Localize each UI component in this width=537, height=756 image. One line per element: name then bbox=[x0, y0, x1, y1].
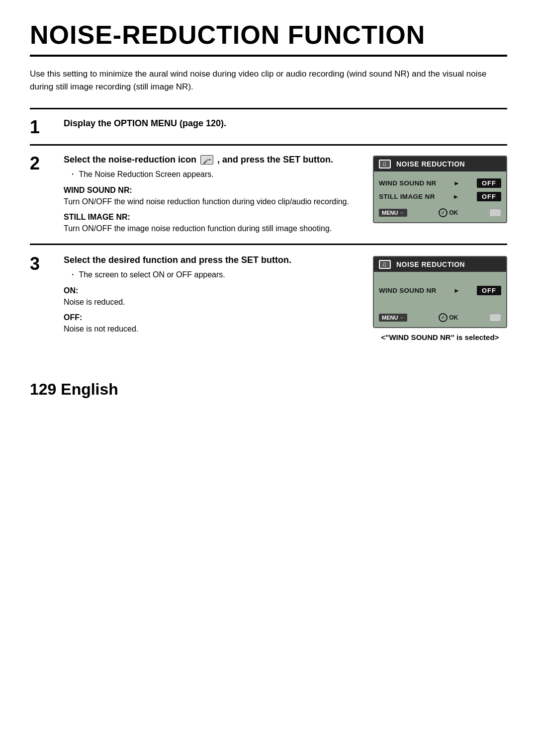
on-label: ON: bbox=[64, 286, 358, 295]
step-3-wind-value: OFF bbox=[477, 286, 501, 295]
step-3-screen-header: ♫ NOISE REDUCTION bbox=[374, 257, 506, 272]
step-2-still-label: STILL IMAGE NR bbox=[379, 193, 435, 200]
step-3-header: Select the desired function and press th… bbox=[64, 254, 358, 266]
step-3-number: 3 bbox=[30, 255, 49, 273]
on-desc: Noise is reduced. bbox=[64, 296, 358, 308]
step-3-wind-arrow: ► bbox=[453, 287, 460, 294]
step-2-still-value: OFF bbox=[477, 192, 501, 201]
nr-icon: 🎤+ bbox=[200, 155, 213, 165]
step-2-menu-icon: ← bbox=[399, 210, 404, 215]
wind-sound-desc: Turn ON/OFF the wind noise reduction fun… bbox=[64, 196, 358, 208]
step-2-wind-arrow: ► bbox=[453, 179, 460, 187]
step-3-row-wind: WIND SOUND NR ► OFF bbox=[379, 286, 501, 295]
wind-sound-label: WIND SOUND NR: bbox=[64, 186, 358, 195]
step-2-screen: ♫ NOISE REDUCTION WIND SOUND NR ► OFF ST… bbox=[373, 156, 507, 223]
step-2-screen-header: ♫ NOISE REDUCTION bbox=[374, 157, 506, 171]
step-3-screen-body: WIND SOUND NR ► OFF MENU ← ✓ OK bbox=[374, 272, 506, 327]
step-3-content: Select the desired function and press th… bbox=[64, 254, 358, 336]
step-1-row: 1 Display the OPTION MENU (page 120). bbox=[30, 117, 507, 136]
step-2-ok-label: OK bbox=[449, 209, 458, 216]
step-2-blank-btn bbox=[489, 209, 501, 217]
step-3-menu-btn: MENU ← bbox=[379, 314, 407, 322]
step-3-blank-btn bbox=[489, 314, 501, 322]
step-3-menu-icon: ← bbox=[399, 315, 404, 320]
step-2-still-arrow: ► bbox=[452, 193, 459, 200]
step-2-wind-label: WIND SOUND NR bbox=[379, 179, 437, 187]
step-2-ok-btn: ✓ OK bbox=[439, 208, 458, 217]
step-2-ok-circle: ✓ bbox=[439, 208, 448, 217]
nr-screen-icon-2: ♫ bbox=[379, 260, 391, 269]
step-3-menu-label: MENU bbox=[382, 315, 398, 321]
step-2-screen-title: NOISE REDUCTION bbox=[396, 160, 465, 168]
step-1-section: 1 Display the OPTION MENU (page 120). bbox=[30, 108, 507, 144]
step-2-content: Select the noise-reduction icon 🎤+ , and… bbox=[64, 154, 358, 236]
intro-text: Use this setting to minimize the aural w… bbox=[30, 68, 507, 94]
step-1-number: 1 bbox=[30, 118, 49, 136]
step-3-wind-label: WIND SOUND NR bbox=[379, 287, 437, 294]
off-desc: Noise is not reduced. bbox=[64, 323, 358, 335]
step-1-content: Display the OPTION MENU (page 120). bbox=[64, 117, 507, 132]
step-3-caption: <"WIND SOUND NR" is selected> bbox=[381, 333, 499, 341]
still-image-label: STILL IMAGE NR: bbox=[64, 213, 358, 222]
step-2-row-still: STILL IMAGE NR ► OFF bbox=[379, 192, 501, 201]
nr-screen-icon: ♫ bbox=[379, 160, 391, 168]
step-3-ok-circle: ✓ bbox=[439, 313, 448, 322]
still-image-desc: Turn ON/OFF the image noise reduction fu… bbox=[64, 223, 358, 235]
step-2-header: Select the noise-reduction icon 🎤+ , and… bbox=[64, 154, 358, 166]
step-3-ok-label: OK bbox=[449, 314, 458, 321]
page-title: NOISE-REDUCTION FUNCTION bbox=[30, 20, 507, 57]
step-3-screen-footer: MENU ← ✓ OK bbox=[379, 311, 501, 322]
step-2-row: 2 Select the noise-reduction icon 🎤+ , a… bbox=[30, 154, 507, 236]
step-3-bullet: ・ The screen to select ON or OFF appears… bbox=[69, 269, 358, 281]
page-number: 129 English bbox=[30, 380, 507, 399]
off-label: OFF: bbox=[64, 313, 358, 322]
step-3-ok-btn: ✓ OK bbox=[439, 313, 458, 322]
step-3-row: 3 Select the desired function and press … bbox=[30, 254, 507, 341]
step-2-menu-label: MENU bbox=[382, 210, 398, 216]
step-2-wind-value: OFF bbox=[477, 178, 501, 188]
step-3-screen: ♫ NOISE REDUCTION WIND SOUND NR ► OFF ME… bbox=[373, 256, 507, 328]
step-3-screen-container: ♫ NOISE REDUCTION WIND SOUND NR ► OFF ME… bbox=[373, 254, 507, 341]
step-2-menu-btn: MENU ← bbox=[379, 209, 407, 217]
step-2-row-wind: WIND SOUND NR ► OFF bbox=[379, 178, 501, 188]
step-2-screen-footer: MENU ← ✓ OK bbox=[379, 206, 501, 217]
step-1-header: Display the OPTION MENU (page 120). bbox=[64, 117, 507, 129]
step-2-section: 2 Select the noise-reduction icon 🎤+ , a… bbox=[30, 144, 507, 244]
step-2-screen-body: WIND SOUND NR ► OFF STILL IMAGE NR ► OFF… bbox=[374, 171, 506, 222]
step-2-bullet: ・ The Noise Reduction Screen appears. bbox=[69, 168, 358, 181]
step-3-section: 3 Select the desired function and press … bbox=[30, 244, 507, 350]
step-3-screen-title: NOISE REDUCTION bbox=[396, 260, 465, 268]
step-2-number: 2 bbox=[30, 155, 49, 172]
